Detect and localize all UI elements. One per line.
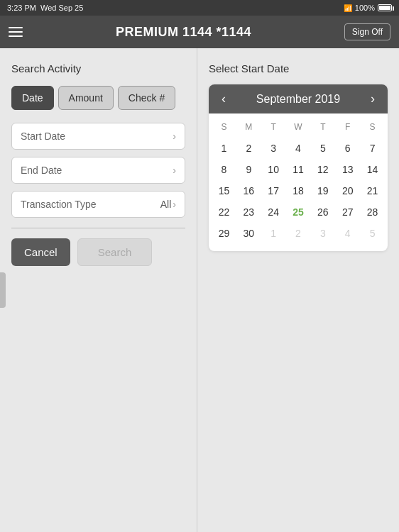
search-activity-title: Search Activity [11, 62, 185, 74]
calendar-cell-3-other[interactable]: 3 [310, 223, 335, 244]
start-date-row[interactable]: Start Date › [11, 123, 185, 150]
calendar-cell-8[interactable]: 8 [212, 159, 236, 180]
calendar-cell-1-other[interactable]: 1 [261, 223, 286, 244]
calendar-cell-7[interactable]: 7 [360, 138, 385, 159]
calendar-cell-24[interactable]: 24 [261, 201, 286, 223]
transaction-type-value: All [160, 199, 172, 210]
wifi-icon: 📶 [344, 4, 352, 12]
tab-group: Date Amount Check # [11, 86, 185, 110]
status-date: Wed Sep 25 [40, 4, 83, 12]
calendar-cell-20[interactable]: 20 [335, 180, 360, 201]
calendar-cell-13[interactable]: 13 [335, 159, 360, 180]
main-container: Search Activity Date Amount Check # Star… [0, 48, 399, 532]
status-left: 3:23 PM Wed Sep 25 [7, 4, 83, 12]
cancel-button[interactable]: Cancel [11, 238, 70, 266]
end-date-chevron-icon: › [173, 165, 176, 176]
calendar: ‹ September 2019 › S M T W T F S 1234567… [209, 84, 388, 251]
calendar-week-2: 891011121314 [212, 159, 385, 180]
end-date-label: End Date [21, 165, 62, 176]
calendar-week-3: 15161718192021 [212, 180, 385, 201]
action-row: Cancel Search [11, 238, 185, 266]
status-time: 3:23 PM [7, 4, 36, 12]
calendar-week-4: 22232425262728 [212, 201, 385, 223]
calendar-cell-5[interactable]: 5 [310, 138, 335, 159]
calendar-cell-28[interactable]: 28 [360, 201, 385, 223]
status-right: 📶 100% [344, 4, 392, 12]
calendar-cell-4-other[interactable]: 4 [335, 223, 360, 244]
calendar-cell-4[interactable]: 4 [286, 138, 311, 159]
calendar-month-year: September 2019 [256, 93, 340, 106]
battery-percent: 100% [355, 4, 375, 12]
calendar-cell-17[interactable]: 17 [261, 180, 286, 201]
transaction-type-label: Transaction Type [21, 199, 97, 210]
calendar-cell-15[interactable]: 15 [212, 180, 236, 201]
day-name-tue: T [261, 119, 286, 135]
calendar-weeks: 1234567891011121314151617181920212223242… [212, 138, 385, 244]
calendar-cell-23[interactable]: 23 [236, 201, 261, 223]
calendar-cell-12[interactable]: 12 [310, 159, 335, 180]
calendar-cell-9[interactable]: 9 [236, 159, 261, 180]
start-date-chevron-icon: › [173, 131, 176, 142]
calendar-cell-27[interactable]: 27 [335, 201, 360, 223]
calendar-cell-26[interactable]: 26 [310, 201, 335, 223]
day-name-wed: W [286, 119, 311, 135]
menu-button[interactable] [9, 27, 23, 37]
end-date-row[interactable]: End Date › [11, 157, 185, 184]
calendar-cell-25[interactable]: 25 [286, 201, 311, 223]
transaction-type-row[interactable]: Transaction Type All › [11, 191, 185, 218]
sign-off-button[interactable]: Sign Off [344, 23, 390, 40]
left-panel: Search Activity Date Amount Check # Star… [0, 48, 197, 532]
calendar-cell-2-other[interactable]: 2 [286, 223, 311, 244]
calendar-cell-11[interactable]: 11 [286, 159, 311, 180]
calendar-header: ‹ September 2019 › [209, 84, 388, 113]
start-date-label: Start Date [21, 131, 65, 142]
calendar-cell-1[interactable]: 1 [212, 138, 236, 159]
day-name-mon: M [236, 119, 261, 135]
day-name-sat: S [360, 119, 385, 135]
calendar-cell-30[interactable]: 30 [236, 223, 261, 244]
search-button[interactable]: Search [77, 238, 153, 266]
transaction-type-chevron-icon: › [173, 199, 176, 210]
status-bar: 3:23 PM Wed Sep 25 📶 100% [0, 0, 399, 16]
calendar-cell-2[interactable]: 2 [236, 138, 261, 159]
calendar-prev-button[interactable]: ‹ [219, 92, 229, 106]
calendar-cell-16[interactable]: 16 [236, 180, 261, 201]
battery-icon [378, 4, 392, 11]
tab-date[interactable]: Date [11, 86, 54, 110]
calendar-cell-19[interactable]: 19 [310, 180, 335, 201]
calendar-cell-22[interactable]: 22 [212, 201, 236, 223]
calendar-next-button[interactable]: › [368, 92, 378, 106]
day-name-thu: T [310, 119, 335, 135]
calendar-week-1: 1234567 [212, 138, 385, 159]
tab-amount[interactable]: Amount [58, 86, 114, 110]
header-title: PREMIUM 1144 *1144 [23, 25, 344, 40]
calendar-grid: S M T W T F S 12345678910111213141516171… [209, 113, 388, 251]
calendar-cell-21[interactable]: 21 [360, 180, 385, 201]
calendar-week-5: 293012345 [212, 223, 385, 244]
tab-check-number[interactable]: Check # [118, 86, 175, 110]
app-header: PREMIUM 1144 *1144 Sign Off [0, 16, 399, 48]
day-name-sun: S [212, 119, 236, 135]
calendar-cell-29[interactable]: 29 [212, 223, 236, 244]
select-start-date-title: Select Start Date [209, 62, 388, 74]
calendar-cell-14[interactable]: 14 [360, 159, 385, 180]
right-panel: Select Start Date ‹ September 2019 › S M… [197, 48, 399, 532]
calendar-cell-6[interactable]: 6 [335, 138, 360, 159]
calendar-cell-3[interactable]: 3 [261, 138, 286, 159]
day-name-fri: F [335, 119, 360, 135]
calendar-cell-18[interactable]: 18 [286, 180, 311, 201]
edge-handle [0, 272, 6, 308]
calendar-cell-5-other[interactable]: 5 [360, 223, 385, 244]
calendar-cell-10[interactable]: 10 [261, 159, 286, 180]
calendar-day-names: S M T W T F S [212, 119, 385, 135]
divider [11, 228, 185, 228]
